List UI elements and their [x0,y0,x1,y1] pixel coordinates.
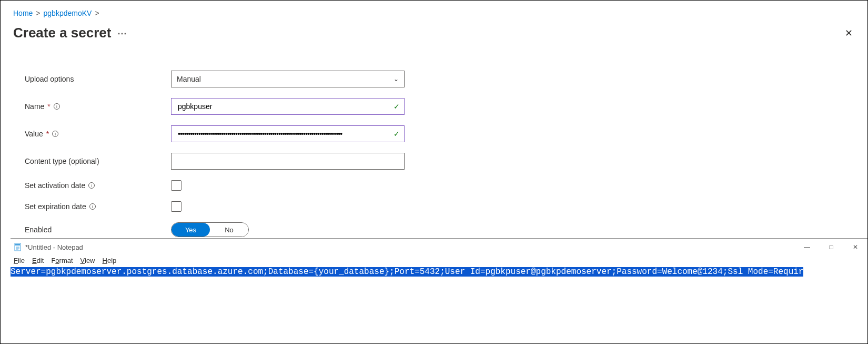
upload-options-select[interactable]: Manual ⌄ [171,71,405,87]
expiration-label: Set expiration date [25,202,86,211]
breadcrumb-sep-2: > [95,9,99,17]
required-star: * [46,130,49,138]
breadcrumb-sep: > [36,9,40,17]
name-input-wrapper: ✓ [171,98,405,115]
secret-form: Upload options Manual ⌄ Name * i ✓ [25,71,855,237]
enabled-no[interactable]: No [210,223,248,237]
page-title-text: Create a secret [13,25,111,41]
notepad-body[interactable]: Server=pgbkpdemoserver.postgres.database… [11,267,867,343]
name-input[interactable] [177,99,389,114]
menu-format[interactable]: Format [51,257,73,264]
enabled-toggle[interactable]: Yes No [171,222,249,237]
info-icon[interactable]: i [52,131,58,137]
enabled-yes[interactable]: Yes [171,223,210,237]
activation-checkbox[interactable] [171,180,181,191]
activation-label: Set activation date [25,181,85,190]
info-icon[interactable]: i [54,103,60,110]
menu-edit[interactable]: Edit [32,257,44,264]
azure-portal-pane: Home > pgbkpdemoKV > Create a secret ⋯ ✕… [1,1,867,238]
notepad-selected-text[interactable]: Server=pgbkpdemoserver.postgres.database… [11,267,803,277]
close-button[interactable]: ✕ [843,239,867,255]
notepad-titlebar[interactable]: *Untitled - Notepad — □ ✕ [11,239,867,255]
window-buttons: — □ ✕ [795,239,867,255]
name-label: Name [25,102,44,111]
chevron-down-icon: ⌄ [393,75,399,83]
upload-options-label: Upload options [25,75,74,83]
valid-check-icon: ✓ [393,102,400,111]
value-input-wrapper: ✓ [171,125,405,142]
page-title: Create a secret ⋯ [13,25,128,41]
menu-view[interactable]: View [80,257,95,264]
close-icon[interactable]: ✕ [843,25,855,41]
breadcrumb-home[interactable]: Home [13,9,33,17]
required-star: * [47,102,50,111]
valid-check-icon: ✓ [393,130,400,138]
notepad-window: *Untitled - Notepad — □ ✕ File Edit Form… [11,238,867,343]
menu-help[interactable]: Help [103,257,117,264]
enabled-label: Enabled [25,225,52,234]
menu-file[interactable]: File [14,257,25,264]
minimize-button[interactable]: — [795,239,819,255]
content-type-input[interactable] [171,153,405,170]
breadcrumb-keyvault[interactable]: pgbkpdemoKV [44,9,92,17]
svg-rect-1 [15,244,20,245]
notepad-icon [14,243,22,251]
content-type-label: Content type (optional) [25,157,99,165]
info-icon[interactable]: i [89,203,96,210]
upload-options-value: Manual [177,75,201,83]
value-input[interactable] [177,126,389,142]
page-header: Create a secret ⋯ ✕ [13,25,855,41]
more-actions-icon[interactable]: ⋯ [117,27,128,39]
value-label: Value [25,130,43,138]
maximize-button[interactable]: □ [819,239,843,255]
notepad-menu: File Edit Format View Help [11,255,867,267]
breadcrumb: Home > pgbkpdemoKV > [13,1,855,17]
expiration-checkbox[interactable] [171,201,181,212]
info-icon[interactable]: i [88,182,95,189]
notepad-title: *Untitled - Notepad [25,243,83,251]
